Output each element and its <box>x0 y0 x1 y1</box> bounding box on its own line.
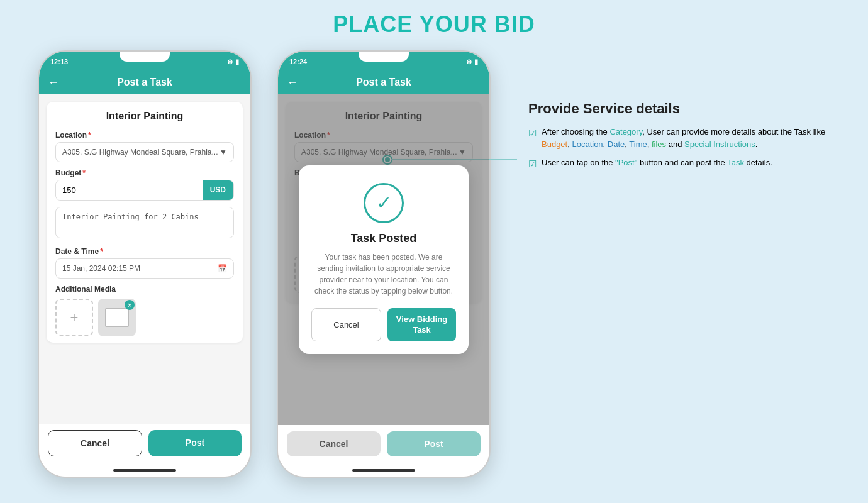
media-add-btn-1[interactable]: + <box>55 299 93 336</box>
datetime-value-1: 15 Jan, 2024 02:15 PM <box>62 264 140 273</box>
home-bar-2 <box>278 465 489 477</box>
modal-buttons: Cancel View Bidding Task <box>311 308 456 342</box>
location-input-1[interactable]: A305, S.G Highway Mondeal Square, Prahla… <box>55 142 234 162</box>
back-arrow-1[interactable]: ← <box>48 76 59 89</box>
budget-label-1: Budget* <box>55 169 234 177</box>
home-bar-line-1 <box>113 469 176 472</box>
check-icon-1: ☑ <box>528 126 537 141</box>
media-row-1: + ✕ <box>55 299 234 336</box>
phones-container: 12:13 ⊛ ▮ ← Post a Task Interior Paintin… <box>38 50 830 478</box>
time-1: 12:13 <box>50 58 68 65</box>
media-label-1: Additional Media <box>55 285 234 294</box>
datetime-label-1: Date & Time* <box>55 247 234 256</box>
post-button-2[interactable]: Post <box>387 431 481 456</box>
header-bar-2: ← Post a Task <box>278 70 489 94</box>
phone-content-1: Interior Painting Location* A305, S.G Hi… <box>39 94 250 424</box>
annotation-text-1: After choosing the Category, User can pr… <box>542 126 830 150</box>
delete-icon-1[interactable]: ✕ <box>125 300 135 310</box>
wifi-icon: ⊛ <box>227 58 233 66</box>
phone-1: 12:13 ⊛ ▮ ← Post a Task Interior Paintin… <box>38 50 252 478</box>
media-thumb-1: ✕ <box>98 299 136 336</box>
datetime-field-1[interactable]: 15 Jan, 2024 02:15 PM 📅 <box>55 258 234 279</box>
annotation-title: Provide Service details <box>528 101 830 117</box>
location-value-1: A305, S.G Highway Mondeal Square, Prahla… <box>62 148 218 157</box>
wifi-icon-2: ⊛ <box>466 58 472 66</box>
time-2: 12:24 <box>289 58 307 65</box>
cancel-button-1[interactable]: Cancel <box>48 430 142 456</box>
annotation-text-2: User can tap on the "Post" button and ca… <box>542 157 772 169</box>
check-icon-2: ☑ <box>528 157 537 172</box>
annotation-area: Provide Service details ☑ After choosing… <box>516 50 830 178</box>
phone-content-2: Interior Painting Location* A305, S.G Hi… <box>278 94 489 425</box>
datetime-required-1: * <box>100 247 103 256</box>
annotation-point-2: ☑ User can tap on the "Post" button and … <box>528 157 830 172</box>
annotation-point-1: ☑ After choosing the Category, User can … <box>528 126 830 150</box>
header-bar-1: ← Post a Task <box>39 70 250 94</box>
battery-icon-2: ▮ <box>474 58 478 66</box>
modal-body: Your task has been posted. We are sendin… <box>311 252 456 297</box>
back-arrow-2[interactable]: ← <box>287 76 298 89</box>
location-label-1: Location* <box>55 131 234 140</box>
currency-btn-1[interactable]: USD <box>203 180 233 200</box>
status-icons-1: ⊛ ▮ <box>227 58 239 66</box>
modal-view-button[interactable]: View Bidding Task <box>387 308 456 342</box>
location-required-1: * <box>88 131 91 140</box>
home-bar-line-2 <box>352 469 415 472</box>
phone-2: 12:24 ⊛ ▮ ← Post a Task Interior Paintin… <box>277 50 491 478</box>
card-title-1: Interior Painting <box>55 111 234 122</box>
form-card-1: Interior Painting Location* A305, S.G Hi… <box>47 102 243 343</box>
modal-overlay: ✓ Task Posted Your task has been posted.… <box>278 94 489 425</box>
checkmark-icon: ✓ <box>376 192 392 214</box>
header-title-2: Post a Task <box>356 77 411 88</box>
header-title-1: Post a Task <box>117 77 172 88</box>
status-icons-2: ⊛ ▮ <box>466 58 478 66</box>
modal-box: ✓ Task Posted Your task has been posted.… <box>299 165 469 355</box>
budget-input-container-1: 150 USD <box>55 180 234 201</box>
page-title: PLACE YOUR BID <box>333 11 535 38</box>
battery-icon: ▮ <box>235 58 239 66</box>
dropdown-icon-1: ▼ <box>220 148 227 157</box>
description-input-1[interactable]: Interior Painting for 2 Cabins <box>55 207 234 238</box>
modal-check-circle: ✓ <box>364 183 404 223</box>
phone-footer-2: Cancel Post <box>278 425 489 465</box>
status-bar-1: 12:13 ⊛ ▮ <box>39 52 250 70</box>
modal-title: Task Posted <box>311 232 456 245</box>
status-bar-2: 12:24 ⊛ ▮ <box>278 52 489 70</box>
notch-1 <box>120 52 170 62</box>
calendar-icon-1: 📅 <box>218 264 227 273</box>
cancel-button-2[interactable]: Cancel <box>287 431 381 456</box>
phone-footer-1: Cancel Post <box>39 424 250 465</box>
budget-required-1: * <box>82 169 86 177</box>
home-bar-1 <box>39 465 250 477</box>
notch-2 <box>359 52 409 62</box>
modal-cancel-button[interactable]: Cancel <box>311 308 381 342</box>
budget-input-1[interactable]: 150 <box>56 180 203 200</box>
post-button-1[interactable]: Post <box>148 430 242 456</box>
